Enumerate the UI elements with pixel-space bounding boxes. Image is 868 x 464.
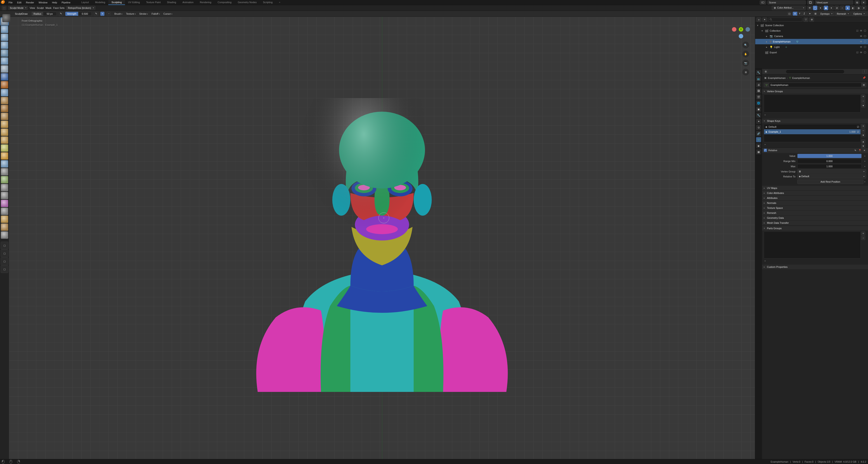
- workspace-texpaint[interactable]: Texture Paint: [143, 0, 164, 5]
- shapekey-pin-icon[interactable]: 📍: [858, 149, 862, 152]
- blender-logo-icon[interactable]: [1, 0, 5, 5]
- select-visible-icon[interactable]: 👁: [807, 6, 812, 10]
- shape-keys-list[interactable]: ◈ Default ☑ ◈ Example_1 1.000 ☑: [764, 124, 861, 142]
- workspace-uv[interactable]: UV Editing: [125, 0, 143, 5]
- strength-pressure[interactable]: ✎: [94, 12, 98, 16]
- brush-direction-sub[interactable]: －: [107, 12, 111, 16]
- menu-mask[interactable]: Mask: [45, 6, 51, 9]
- popover-cursor[interactable]: Cursor: [162, 12, 174, 16]
- shapekey-basis-mute[interactable]: ☑: [857, 125, 859, 128]
- workspace-add[interactable]: +: [276, 0, 283, 5]
- mesh-fake-user[interactable]: ⛨: [862, 83, 866, 87]
- radius-value[interactable]: 50 px: [43, 12, 57, 16]
- sculpt-tool-4[interactable]: [1, 49, 8, 57]
- shapekey-basis[interactable]: ◈ Default ☑: [764, 124, 861, 129]
- panel-header[interactable]: Attributes: [762, 196, 868, 200]
- vgroup-add[interactable]: +: [861, 94, 865, 98]
- outliner-item-camera[interactable]: ▸📷 Camera 👁🖵: [755, 33, 868, 39]
- perspective-toggle-icon[interactable]: ⊞: [742, 69, 749, 75]
- brush-direction-add[interactable]: ＋: [100, 12, 104, 16]
- rangemin-anim-dot[interactable]: •: [864, 160, 866, 162]
- editor-type-icon[interactable]: ⬚: [2, 6, 6, 10]
- workspace-scripting[interactable]: Scripting: [260, 0, 276, 5]
- remesh-menu[interactable]: Remesh: [835, 12, 850, 16]
- overlay-toggle[interactable]: ◉: [824, 6, 828, 10]
- exclude-icon[interactable]: ☑: [856, 51, 859, 54]
- hide-icon[interactable]: 👁: [860, 45, 862, 49]
- panel-header[interactable]: Texture Space: [762, 206, 868, 210]
- tab-constraints[interactable]: 🔗: [756, 131, 761, 136]
- disable-icon[interactable]: 🖵: [864, 45, 866, 49]
- shapekey-active[interactable]: ◈ Example_1 1.000 ☑: [764, 129, 861, 134]
- shapekey-anim-icon[interactable]: ✕: [863, 149, 866, 152]
- value-anim-dot[interactable]: •: [864, 155, 866, 157]
- disable-icon[interactable]: 🖵: [864, 40, 866, 43]
- max-anim-dot[interactable]: •: [864, 165, 866, 168]
- disable-icon[interactable]: 🖵: [864, 51, 866, 54]
- hide-box-tool[interactable]: ▢: [1, 257, 8, 265]
- vgroup-remove[interactable]: −: [861, 99, 865, 103]
- rangemin-field[interactable]: 0.000: [797, 159, 862, 163]
- sculpt-tool-21[interactable]: [1, 184, 8, 191]
- sculpt-tool-11[interactable]: [1, 105, 8, 112]
- sculpt-tool-18[interactable]: [1, 160, 8, 168]
- sculpt-tool-3[interactable]: [1, 41, 8, 49]
- strength-value[interactable]: 0.500: [78, 12, 92, 16]
- shading-wire[interactable]: ○: [840, 6, 844, 10]
- sculpt-tool-7[interactable]: [1, 73, 8, 81]
- mesh-name-input[interactable]: [769, 83, 862, 87]
- shading-solid[interactable]: ●: [845, 6, 850, 10]
- tab-render[interactable]: 📺: [756, 76, 761, 81]
- hide-icon[interactable]: 👁: [860, 40, 862, 43]
- exclude-icon[interactable]: ☑: [856, 29, 859, 32]
- brush-radius[interactable]: Radius 50 px: [32, 12, 57, 16]
- outliner-display-mode[interactable]: ▾: [763, 18, 767, 22]
- gizmo-toggle[interactable]: ◯: [813, 6, 817, 10]
- viewlayer-icon-button[interactable]: [807, 0, 813, 4]
- properties-search[interactable]: [786, 70, 844, 74]
- sym-x[interactable]: X: [793, 12, 798, 16]
- tab-modifiers[interactable]: 🔧: [756, 113, 761, 118]
- shapekey-value-slider[interactable]: 1.000: [797, 154, 862, 158]
- outliner-scene-collection[interactable]: ▾ Scene Collection: [755, 23, 868, 28]
- sculpt-tool-5[interactable]: [1, 57, 8, 65]
- outliner-tree[interactable]: ▾ Scene Collection ▾ Collection ☑👁🖵 ▸📷 C…: [755, 23, 868, 68]
- gizmo-x-icon[interactable]: [732, 27, 737, 32]
- gizmo-neg-icon[interactable]: [745, 27, 750, 32]
- panel-header-custom-properties[interactable]: Custom Properties: [762, 265, 868, 269]
- shading-dropdown[interactable]: ▾: [862, 6, 866, 10]
- shapekey-move-up[interactable]: ▴: [861, 140, 865, 144]
- brush-name[interactable]: SculptDraw: [13, 12, 29, 16]
- sculpt-tool-8[interactable]: [1, 81, 8, 89]
- properties-options-icon[interactable]: ⋮: [862, 69, 867, 74]
- tab-tool[interactable]: 🔧: [756, 70, 761, 75]
- sculpt-tool-15[interactable]: [1, 136, 8, 144]
- menu-facesets[interactable]: Face Sets: [53, 6, 65, 9]
- tab-output[interactable]: 🖨: [756, 82, 761, 87]
- popover-brush[interactable]: Brush: [113, 12, 124, 16]
- mirror-icon[interactable]: ◫: [787, 12, 792, 16]
- mask-lasso-tool[interactable]: ▢: [1, 249, 8, 257]
- sculpt-tool-25[interactable]: [1, 215, 8, 223]
- overlay-dropdown[interactable]: ▾: [829, 6, 834, 10]
- panel-header[interactable]: Mesh Data Transfer: [762, 221, 868, 225]
- gizmo-z-icon[interactable]: [739, 34, 743, 38]
- sculpt-tool-16[interactable]: [1, 144, 8, 152]
- menu-window[interactable]: Window: [36, 0, 50, 5]
- viewlayer-selector[interactable]: ViewLayer: [815, 0, 853, 4]
- pan-icon[interactable]: ✋: [742, 51, 749, 57]
- parts-remove[interactable]: −: [861, 236, 865, 240]
- outliner-item-examplehuman[interactable]: ▸▽ ExampleHuman ▽ 👁🖵: [755, 39, 868, 44]
- 3d-viewport[interactable]: Front Orthographic (1) ExampleHuman : Ex…: [9, 17, 755, 459]
- panel-header-parts-groups[interactable]: Parts Groups: [762, 226, 868, 230]
- parts-add[interactable]: +: [861, 231, 865, 236]
- sculpt-tool-23[interactable]: [1, 199, 8, 207]
- tab-material[interactable]: ◉: [756, 143, 761, 148]
- outliner-new-collection[interactable]: ⊕: [809, 18, 814, 22]
- sculpt-tool-2[interactable]: [1, 33, 8, 41]
- symmetry-popover[interactable]: ▾: [808, 12, 812, 16]
- shading-rendered[interactable]: ◑: [856, 6, 861, 10]
- viewlayer-remove[interactable]: ✕: [861, 0, 866, 4]
- outliner-search[interactable]: [768, 18, 802, 22]
- menu-help[interactable]: Help: [50, 0, 59, 5]
